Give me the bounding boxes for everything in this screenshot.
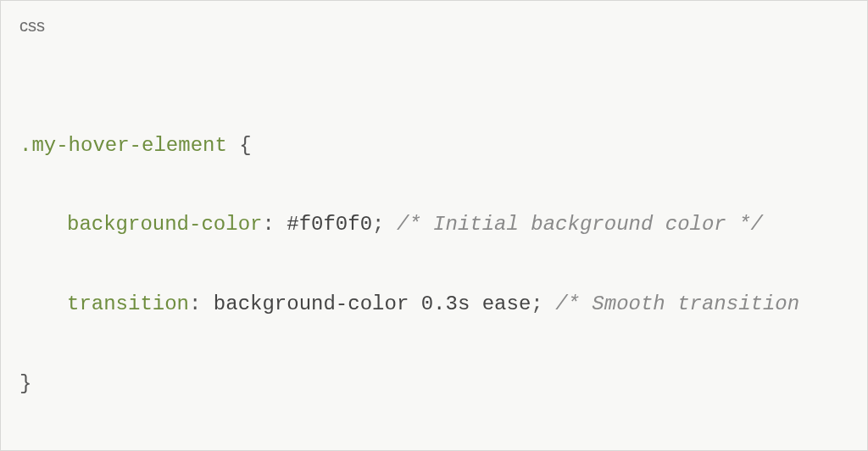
- semicolon: ;: [372, 213, 384, 236]
- space: [275, 213, 287, 236]
- css-selector: .my-hover-element: [19, 134, 227, 157]
- code-block: .my-hover-element { background-color: #f…: [1, 36, 867, 451]
- space: [384, 213, 396, 236]
- css-property: transition: [67, 292, 189, 315]
- css-property: background-color: [67, 213, 262, 236]
- open-brace: {: [227, 134, 252, 157]
- space: [543, 292, 555, 315]
- code-line: .my-hover-element {: [19, 126, 849, 166]
- css-value: background-color 0.3s ease: [214, 292, 531, 315]
- code-line: }: [19, 365, 849, 404]
- colon: :: [262, 213, 274, 236]
- code-line: transition: background-color 0.3s ease; …: [19, 285, 849, 325]
- blank-line: [19, 443, 849, 451]
- css-comment: /* Initial background color */: [397, 213, 763, 236]
- language-label: css: [1, 1, 867, 36]
- semicolon: ;: [531, 292, 542, 315]
- css-value: #f0f0f0: [287, 213, 372, 236]
- code-snippet-container: css .my-hover-element { background-color…: [0, 0, 868, 451]
- css-comment: /* Smooth transition: [555, 292, 799, 315]
- space: [201, 292, 213, 315]
- close-brace: }: [19, 372, 31, 395]
- colon: :: [189, 292, 201, 315]
- code-line: background-color: #f0f0f0; /* Initial ba…: [19, 205, 849, 245]
